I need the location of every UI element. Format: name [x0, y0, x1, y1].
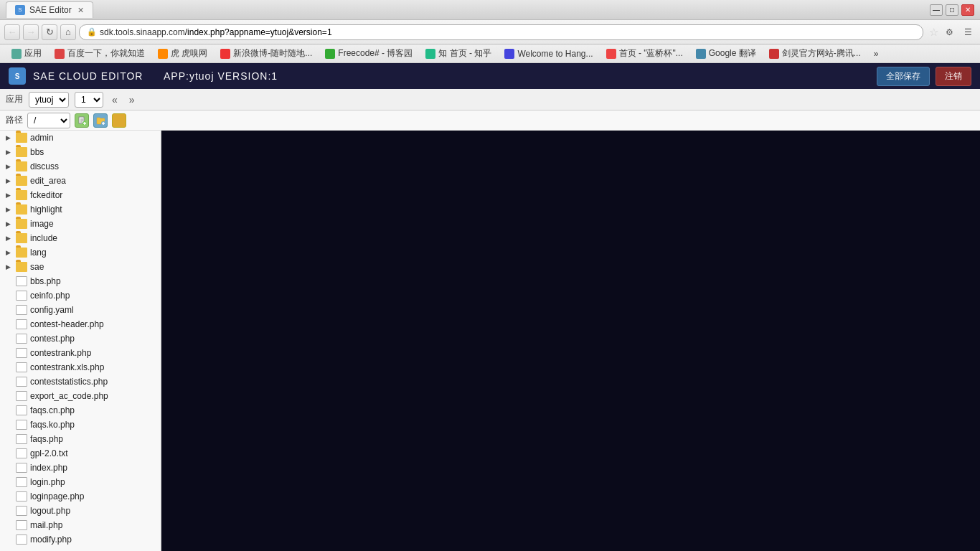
file-item-contest-header-php[interactable]: contest-header.php	[0, 317, 161, 331]
home-button[interactable]: ⌂	[60, 24, 76, 40]
file-icon-contest-php	[16, 334, 27, 344]
file-label-mail-php: mail.php	[30, 520, 62, 530]
file-icon-faqs-php	[16, 434, 27, 444]
save-all-button[interactable]: 全部保存	[877, 67, 930, 86]
reload-button[interactable]: ↻	[42, 24, 57, 40]
file-item-logout-php[interactable]: logout.php	[0, 504, 161, 518]
folder-arrow-edit-area: ▶	[6, 177, 14, 184]
file-item-conteststatistics-php[interactable]: conteststatistics.php	[0, 375, 161, 389]
file-icon-login-php	[16, 477, 27, 487]
bookmark-freecode[interactable]: Freecode# - 博客园	[319, 46, 418, 61]
app-version-part: APP:ytuoj VERSION:1	[164, 70, 278, 82]
bookmarks-more-button[interactable]: »	[868, 47, 885, 60]
file-item-contest-php[interactable]: contest.php	[0, 331, 161, 346]
file-label-index-php: index.php	[30, 463, 67, 473]
bookmark-zhihu[interactable]: 知 首页 - 知乎	[420, 46, 497, 61]
folder-label-discuss: discuss	[30, 161, 59, 171]
folder-label-include: include	[30, 233, 57, 243]
folder-item-discuss[interactable]: ▶ discuss	[0, 159, 161, 174]
folder-label-bbs: bbs	[30, 147, 44, 157]
file-item-loginpage-php[interactable]: loginpage.php	[0, 489, 161, 504]
app-title: SAE CLOUD EDITOR APP:ytuoj VERSION:1	[33, 70, 871, 82]
path-selector[interactable]: /	[27, 113, 70, 128]
menu-icon[interactable]: ☰	[960, 24, 976, 40]
bookmark-jianling-label: 剑灵官方网站-腾讯...	[782, 47, 861, 60]
minimize-button[interactable]: —	[930, 4, 943, 16]
folder-item-include[interactable]: ▶ include	[0, 231, 161, 245]
file-label-login-php: login.php	[30, 477, 65, 487]
collapse-left-button[interactable]: «	[109, 94, 121, 105]
editor-area[interactable]	[161, 131, 980, 551]
svg-rect-11	[118, 121, 121, 123]
jianling-icon	[769, 49, 779, 59]
new-folder-button[interactable]	[93, 113, 108, 128]
file-icon-mail-php	[16, 520, 27, 530]
go-up-button[interactable]	[112, 113, 126, 128]
bookmark-welcome[interactable]: Welcome to Hang...	[499, 47, 598, 60]
close-button[interactable]: ✕	[961, 4, 974, 16]
bookmark-freecode-label: Freecode# - 博客园	[338, 47, 413, 60]
go-up-icon	[115, 116, 123, 125]
bookmark-star-button[interactable]: ☆	[929, 26, 938, 39]
folder-label-sae: sae	[30, 262, 44, 272]
folder-icon-bbs	[16, 147, 27, 157]
file-item-faqs-php[interactable]: faqs.php	[0, 432, 161, 446]
bookmark-baidu[interactable]: 百度一下，你就知道	[49, 46, 151, 61]
folder-arrow-admin: ▶	[6, 134, 14, 141]
maximize-button[interactable]: □	[946, 4, 958, 16]
file-item-ceinfo-php[interactable]: ceinfo.php	[0, 288, 161, 303]
file-item-index-php[interactable]: index.php	[0, 461, 161, 475]
wrench-icon[interactable]: ⚙	[941, 24, 957, 40]
file-item-faqs-ko-php[interactable]: faqs.ko.php	[0, 418, 161, 432]
browser-tab[interactable]: S SAE Editor ✕	[6, 1, 93, 18]
folder-arrow-sae: ▶	[6, 263, 14, 270]
bookmark-hupao[interactable]: 虎 虎嗅网	[152, 46, 213, 61]
zhihu-icon	[425, 49, 435, 59]
baidu-icon	[55, 49, 65, 59]
app-header: S SAE CLOUD EDITOR APP:ytuoj VERSION:1 全…	[0, 63, 980, 89]
file-item-contestrank-xls-php[interactable]: contestrank.xls.php	[0, 360, 161, 375]
folder-item-image[interactable]: ▶ image	[0, 217, 161, 231]
bookmark-lqb[interactable]: 首页 - "蓝桥杯"...	[600, 46, 689, 61]
file-icon-config-yaml	[16, 305, 27, 315]
bookmark-jianling[interactable]: 剑灵官方网站-腾讯...	[763, 46, 867, 61]
version-selector[interactable]: 1	[75, 92, 103, 108]
forward-button[interactable]: →	[23, 24, 39, 40]
file-icon-export-ac-code-php	[16, 391, 27, 401]
folder-item-bbs[interactable]: ▶ bbs	[0, 145, 161, 159]
file-item-modify-php[interactable]: modify.php	[0, 532, 161, 547]
file-item-bbs-php[interactable]: bbs.php	[0, 274, 161, 288]
tab-favicon: S	[15, 5, 25, 15]
bookmark-apps[interactable]: 应用	[6, 46, 47, 61]
folder-item-fckeditor[interactable]: ▶ fckeditor	[0, 188, 161, 202]
file-item-faqs-cn-php[interactable]: faqs.cn.php	[0, 403, 161, 418]
file-label-conteststatistics-php: conteststatistics.php	[30, 377, 108, 387]
bookmark-apps-label: 应用	[24, 47, 42, 60]
folder-item-lang[interactable]: ▶ lang	[0, 245, 161, 260]
app-selector[interactable]: ytuoj	[29, 92, 69, 108]
path-label: 路径	[6, 114, 23, 126]
folder-item-admin[interactable]: ▶ admin	[0, 131, 161, 145]
folder-item-sae[interactable]: ▶ sae	[0, 260, 161, 274]
folder-item-highlight[interactable]: ▶ highlight	[0, 202, 161, 217]
logout-button[interactable]: 注销	[936, 67, 971, 86]
file-item-gpl-txt[interactable]: gpl-2.0.txt	[0, 446, 161, 461]
file-item-contestrank-php[interactable]: contestrank.php	[0, 346, 161, 360]
back-button[interactable]: ←	[4, 24, 20, 40]
file-item-mail-php[interactable]: mail.php	[0, 518, 161, 532]
collapse-right-button[interactable]: »	[126, 94, 138, 105]
folder-item-edit-area[interactable]: ▶ edit_area	[0, 174, 161, 188]
bookmark-sina[interactable]: 新浪微博-随时随地...	[215, 46, 318, 61]
file-item-config-yaml[interactable]: config.yaml	[0, 303, 161, 317]
tab-close-button[interactable]: ✕	[77, 6, 84, 15]
app-toolbar: 应用 ytuoj 1 « »	[0, 89, 980, 110]
file-item-login-php[interactable]: login.php	[0, 475, 161, 489]
folder-arrow-highlight: ▶	[6, 206, 14, 213]
folder-arrow-image: ▶	[6, 220, 14, 227]
new-file-button[interactable]	[75, 113, 89, 128]
file-icon-logout-php	[16, 506, 27, 516]
file-item-export-ac-code-php[interactable]: export_ac_code.php	[0, 389, 161, 403]
bookmark-google[interactable]: Google 翻译	[690, 46, 762, 61]
address-bar[interactable]: 🔒 sdk.tools.sinaapp.com /index.php?appna…	[79, 24, 923, 40]
path-bar: 路径 /	[0, 110, 980, 131]
